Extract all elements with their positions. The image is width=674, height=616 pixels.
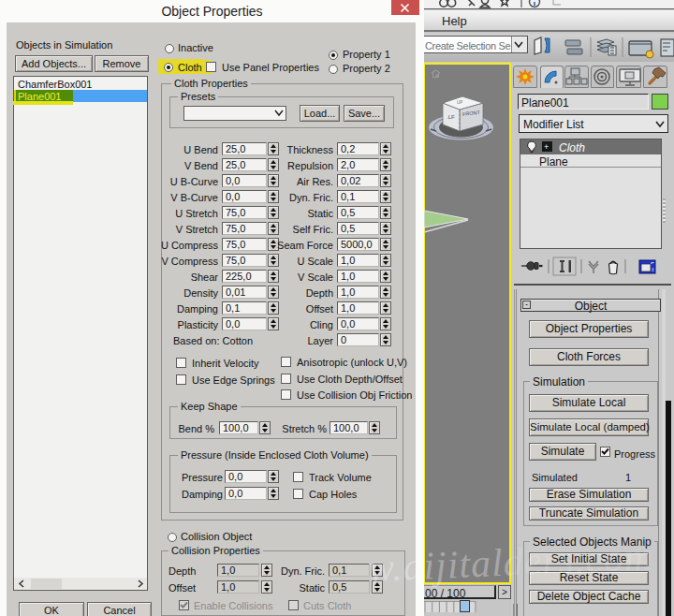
svg-text:UP: UP [457,100,462,105]
svg-text:.LF: .LF [447,114,455,120]
